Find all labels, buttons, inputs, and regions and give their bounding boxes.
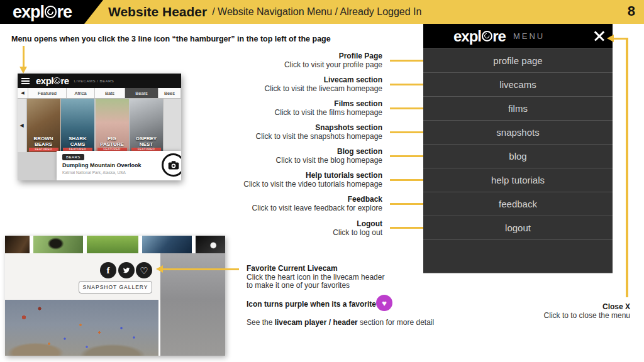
menu-item-help-tutorials[interactable]: help tutorials xyxy=(423,168,613,192)
snapshot-gallery-button[interactable]: SNAPSHOT GALLERY xyxy=(79,281,152,293)
annotation-snapshots: Snapshots sectionClick to visit the snap… xyxy=(194,123,382,141)
thumbnail-grass[interactable] xyxy=(87,236,138,253)
snapshot-camera-icon[interactable] xyxy=(162,153,181,177)
annotation-livecams: Livecam sectionClick to visit the liveca… xyxy=(194,75,382,93)
twitter-icon[interactable] xyxy=(118,262,135,278)
favorite-heart-icon[interactable]: ♡ xyxy=(136,262,152,278)
facebook-icon[interactable]: f xyxy=(100,262,116,278)
category-tab-bar: ◀ Featured Africa Bats Bears Bees xyxy=(18,88,181,99)
menu-item-films[interactable]: films xyxy=(423,96,613,120)
close-note: Close X Click to to close the menu xyxy=(544,302,630,320)
cam-location: Katmai National Park, Alaska, USA xyxy=(62,170,126,175)
tab-africa[interactable]: Africa xyxy=(67,88,95,98)
thumbnail-strip xyxy=(5,236,225,253)
favorite-note: Favorite Current Livecam Click the heart… xyxy=(247,265,434,327)
cam-title: Dumpling Mountain Overlook xyxy=(62,162,142,168)
tab-bears[interactable]: Bears xyxy=(125,88,158,98)
tab-bees[interactable]: Bees xyxy=(158,88,181,98)
breadcrumb: Website Header / Website Navigation Menu… xyxy=(108,0,421,24)
slide-header: explre Website Header / Website Navigati… xyxy=(0,0,644,24)
menu-item-snapshots[interactable]: snapshots xyxy=(423,120,613,144)
livecam-card-brown-bears[interactable]: BROWN BEARS FEATURED xyxy=(27,99,60,152)
tab-bats[interactable]: Bats xyxy=(95,88,125,98)
livecam-card-shark-cams[interactable]: SHARK CAMS FEATURED xyxy=(61,99,94,152)
livecam-header-card: f ♡ SNAPSHOT GALLERY xyxy=(5,253,160,300)
thumbnail-elephant[interactable] xyxy=(5,236,30,253)
livecam-card-pig-pasture[interactable]: PIG PASTURE FEATURED xyxy=(96,99,129,152)
annotation-blog: Blog sectionClick to visit the blog home… xyxy=(194,147,382,165)
featured-badge: FEATURED xyxy=(29,148,58,151)
page-subtitle: / Website Navigation Menu / Already Logg… xyxy=(212,6,421,18)
explore-logo-text: explre xyxy=(13,3,72,22)
explore-logo-o-icon xyxy=(45,6,57,18)
category-badge: BEARS xyxy=(62,154,84,160)
close-callout-line xyxy=(626,38,628,297)
current-cam-info-card: BEARS Dumpling Mountain Overlook Katmai … xyxy=(57,151,181,180)
menu-item-logout[interactable]: logout xyxy=(423,216,613,239)
mini-breadcrumb: LIVECAMS / BEARS xyxy=(74,79,114,83)
menu-label: MENU xyxy=(513,31,545,41)
livecam-video-underwater[interactable] xyxy=(5,300,158,356)
menu-item-profile-page[interactable]: profile page xyxy=(423,48,613,72)
mini-explore-logo: explre xyxy=(36,75,69,86)
page-title: Website Header xyxy=(108,4,207,19)
tab-featured[interactable]: Featured xyxy=(28,88,67,98)
hamburger-note: Menu opens when you click the 3 line ico… xyxy=(11,35,331,43)
menu-header: explre MENU xyxy=(423,24,613,48)
thumbnail-panda[interactable] xyxy=(196,236,225,253)
site-header-screenshot: explre LIVECAMS / BEARS ◀ Featured Afric… xyxy=(18,74,181,180)
tabs-scroll-left-icon[interactable]: ◀ xyxy=(18,88,28,98)
hamburger-icon[interactable] xyxy=(21,78,30,84)
menu-item-feedback[interactable]: feedback xyxy=(423,192,613,216)
livecam-page-screenshot: f ♡ SNAPSHOT GALLERY xyxy=(5,236,225,356)
slide: explre Website Header / Website Navigati… xyxy=(0,0,644,362)
carousel-scroll-left-icon[interactable]: ◀ xyxy=(18,99,26,152)
menu-item-livecams[interactable]: livecams xyxy=(423,72,613,96)
annotation-logout: LogoutClick to log out xyxy=(194,219,382,237)
annotation-films: Films sectionClick to visit the films ho… xyxy=(194,99,382,117)
close-icon[interactable] xyxy=(594,30,605,41)
page-number: 8 xyxy=(628,3,635,19)
annotation-help: Help tutorials sectionClick to visit the… xyxy=(194,171,382,189)
hamburger-arrow xyxy=(23,46,25,67)
purple-favorite-heart-icon: ♥ xyxy=(376,295,392,311)
menu-empty-area xyxy=(423,239,613,273)
livecam-card-osprey-nest[interactable]: OSPREY NEST FEATURED xyxy=(130,99,163,152)
navigation-menu-panel: explre MENU profile page livecams films … xyxy=(423,24,613,273)
mini-site-header: explre LIVECAMS / BEARS xyxy=(18,74,181,88)
annotation-profile: Profile PageClick to visit your profile … xyxy=(194,52,382,69)
explore-logo: explre xyxy=(0,0,103,24)
livecam-carousel: ◀ BROWN BEARS FEATURED SHARK CAMS FEATUR… xyxy=(18,99,181,152)
menu-item-blog[interactable]: blog xyxy=(423,144,613,168)
thumbnail-bat[interactable] xyxy=(33,236,83,253)
menu-explore-logo: explre xyxy=(453,28,506,45)
thumbnail-water[interactable] xyxy=(142,236,192,253)
livecam-card-partial[interactable] xyxy=(164,99,182,152)
arrow-to-heart-icon xyxy=(162,268,239,270)
menu-explore-logo-o-icon xyxy=(482,31,492,41)
mini-explore-logo-o-icon xyxy=(53,77,60,84)
annotation-feedback: FeedbackClick to visit leave feedback fo… xyxy=(194,195,382,212)
